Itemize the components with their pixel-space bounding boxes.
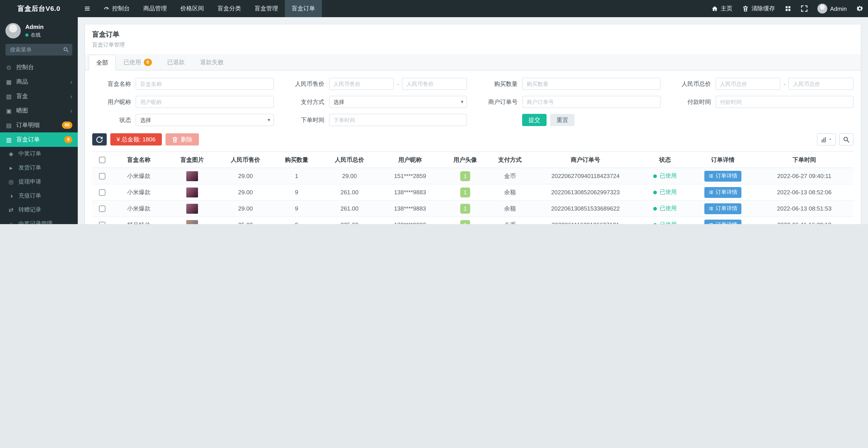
filter-create-time: 下单时间 [285,114,467,126]
topnav-tab[interactable]: 盲盒订单 [285,0,322,17]
cell-box-name: 小米爆款 [112,184,165,200]
pay-type-select[interactable]: 选择 [329,96,467,108]
tab[interactable]: 全部 [89,55,116,70]
delete-button[interactable]: 删除 [165,133,199,146]
filter-label: 商户订单号 [479,98,518,106]
nickname-input[interactable] [135,96,274,108]
tab-label: 已使用 [123,58,141,66]
order-detail-button[interactable]: 订单详情 [704,203,741,214]
sidebar-menu: ⊙控制台▦商品‹▧盲盒‹▣晒图‹▤订单明细86▥盲盒订单8◈中奖订单▸发货订单◎… [0,60,78,224]
topnav-tab[interactable]: 盲盒管理 [248,0,285,17]
qty-input[interactable] [522,78,660,90]
menu-icon: ⊙ [5,64,12,71]
sidebar-item[interactable]: ◎提现申请 [0,175,78,189]
cell-order-no: 202206111629186637121 [532,217,639,224]
user-menu[interactable]: Admin [812,0,852,17]
cell-qty: 9 [272,217,321,224]
total-amount-button[interactable]: ¥ 总金额: 1806 [110,133,162,146]
filter-label: 人民币总价 [672,80,711,88]
settings-button[interactable] [852,0,868,17]
sidebar-item[interactable]: ▥盲盒订单8 [0,132,78,147]
menu-search-button[interactable] [60,44,72,56]
sidebar-item[interactable]: ◈中奖订单 [0,147,78,161]
row-checkbox[interactable] [99,206,105,212]
menu-icon: ▥ [5,136,12,143]
filter-actions: 提交 重置 [479,114,854,126]
cell-detail: 订单详情 [691,200,755,217]
topnav-tab[interactable]: 控制台 [97,0,136,17]
detail-label: 订单详情 [716,205,737,212]
tab[interactable]: 已使用8 [116,54,159,70]
select-all-checkbox[interactable] [99,157,105,163]
search-toggle-button[interactable] [839,133,854,146]
home-link[interactable]: 主页 [707,0,737,17]
column-header: 用户昵称 [378,152,442,168]
reset-button[interactable]: 重置 [550,114,575,126]
hamburger-icon [84,5,90,12]
sidebar-item[interactable]: ▦商品‹ [0,74,78,89]
status-badge: 已使用 [653,188,677,196]
row-checkbox[interactable] [99,173,105,180]
total-min-input[interactable] [715,78,780,90]
sidebar-item[interactable]: ◑充值订单 [0,189,78,203]
tab-label: 退款失败 [200,58,223,66]
fullscreen-button[interactable] [796,0,812,17]
cell-detail: 订单详情 [691,217,755,224]
topnav-tab-label: 控制台 [112,4,130,13]
submit-button[interactable]: 提交 [522,114,547,126]
export-button[interactable] [817,133,836,146]
filter-label: 盲盒名称 [92,80,131,88]
order-detail-button[interactable]: 订单详情 [704,219,741,224]
pay-time-input[interactable] [715,96,854,108]
home-label: 主页 [721,4,733,13]
row-checkbox[interactable] [99,190,105,196]
price-max-input[interactable] [402,78,467,90]
online-label: 在线 [31,31,41,38]
topnav-tab-label: 盲盒订单 [291,4,315,13]
app-title: 盲盒后台V6.0 [0,0,78,17]
sidebar-item[interactable]: ○中奖记录管理 [0,217,78,224]
status-select-wrap: 选择 [135,114,274,126]
status-badge: 已使用 [653,221,677,224]
sidebar-item[interactable]: ⇄转赠记录 [0,203,78,217]
row-checkbox[interactable] [99,222,105,224]
navbar-right: 主页 清除缓存 Admin [707,0,868,17]
filter-label: 用户昵称 [92,98,131,106]
order-no-input[interactable] [522,96,660,108]
filter-label: 状态 [92,116,131,124]
order-detail-button[interactable]: 订单详情 [704,170,741,182]
cell-nickname: 138****9883 [378,200,442,217]
sidebar-item[interactable]: ⊙控制台 [0,60,78,74]
filter-price-range: 人民币售价 - [285,78,467,90]
sidebar-item[interactable]: ▣晒图‹ [0,103,78,118]
column-header: 商户订单号 [532,152,639,168]
list-icon [708,190,713,195]
sidebar-item[interactable]: ▸发货订单 [0,161,78,175]
tab-label: 全部 [96,59,108,67]
filter-label: 下单时间 [285,116,324,124]
tab[interactable]: 退款失败 [192,54,231,70]
cell-status: 已使用 [639,200,691,217]
tab[interactable]: 已退款 [159,54,192,70]
apps-button[interactable] [780,0,796,17]
product-image [186,171,198,181]
sidebar-item[interactable]: ▤订单明细86 [0,118,78,132]
menu-search-input[interactable] [5,44,60,56]
clear-cache-link[interactable]: 清除缓存 [737,0,780,17]
refresh-button[interactable] [92,133,107,146]
cell-order-no: 202206270940118423724 [532,168,639,184]
topnav-tab[interactable]: 价格区间 [174,0,211,17]
order-detail-button[interactable]: 订单详情 [704,187,741,198]
sidebar-item[interactable]: ▧盲盒‹ [0,89,78,103]
sidebar-toggle-button[interactable] [78,0,97,17]
status-select[interactable]: 选择 [135,114,274,126]
filter-nickname: 用户昵称 [92,96,274,108]
total-max-input[interactable] [789,78,854,90]
column-header: 用户头像 [442,152,488,168]
price-min-input[interactable] [329,78,394,90]
topnav-tab[interactable]: 盲盒分类 [211,0,248,17]
box-name-input[interactable] [135,78,274,90]
topnav-tab[interactable]: 商品管理 [136,0,174,17]
create-time-input[interactable] [329,114,467,126]
cell-price: 29.00 [219,184,272,200]
